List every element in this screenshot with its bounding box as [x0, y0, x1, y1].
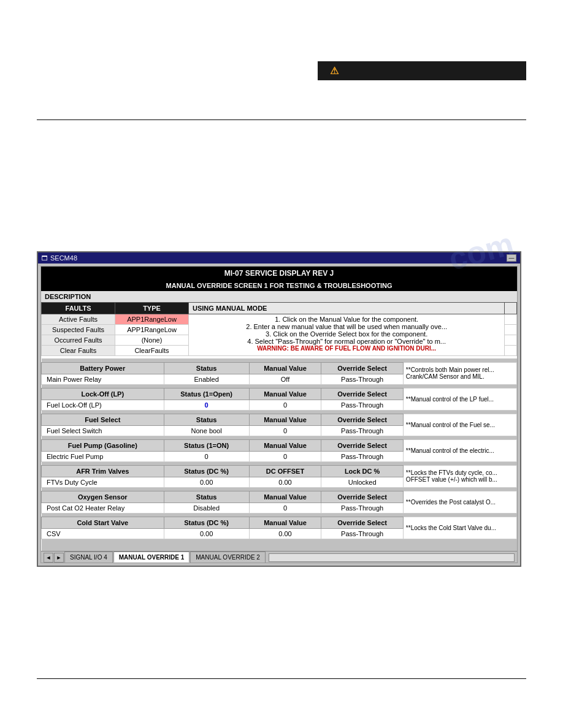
- tab-manual-override-1[interactable]: MANUAL OVERRIDE 1: [113, 552, 190, 563]
- suspected-faults-value[interactable]: APP1RangeLow: [115, 325, 189, 335]
- oxygen-sensor-col1: Oxygen Sensor: [42, 491, 164, 502]
- lockoff-lp-note: **Manual control of the LP fuel...: [403, 388, 516, 410]
- ftvs-duty-cycle-status[interactable]: 0.00: [164, 477, 249, 487]
- afr-trim-note: **Locks the FTVs duty cycle, co... OFFSE…: [403, 465, 516, 487]
- bottom-divider: [37, 678, 526, 679]
- fuel-select-note: **Manual control of the Fuel se...: [403, 414, 516, 436]
- fuel-select-switch-manual[interactable]: 0: [249, 425, 321, 436]
- spacer-7: [42, 539, 517, 551]
- occurred-faults-label: Occurred Faults: [42, 335, 115, 346]
- main-power-relay-override[interactable]: Pass-Through: [321, 374, 403, 384]
- suspected-faults-label: Suspected Faults: [42, 325, 115, 335]
- tab-nav-prev[interactable]: ◄: [44, 553, 53, 563]
- afr-trim-col4: Lock DC %: [321, 465, 403, 477]
- tab-nav-next[interactable]: ►: [54, 553, 64, 563]
- fuel-pump-col2: Status (1=ON): [164, 439, 249, 451]
- fuel-select-col1: Fuel Select: [42, 414, 164, 425]
- lockoff-lp-header-row: Lock-Off (LP) Status (1=Open) Manual Val…: [42, 388, 517, 400]
- faults-table: FAULTS TYPE USING MANUAL MODE Active Fau…: [41, 302, 517, 356]
- active-faults-value[interactable]: APP1RangeLow: [115, 314, 189, 325]
- fuel-select-col4: Override Select: [321, 414, 403, 425]
- afr-trim-header-row: AFR Trim Valves Status (DC %) DC OFFSET …: [42, 465, 517, 477]
- battery-power-col3: Manual Value: [249, 362, 321, 374]
- cold-start-note: **Locks the Cold Start Valve du...: [403, 517, 516, 539]
- oxygen-sensor-note: **Overrides the Post catalyst O...: [403, 491, 516, 513]
- instr-line-3: 3. Click on the Override Select box for …: [193, 330, 500, 338]
- sheet-subtitle: MANUAL OVERRIDE SCREEN 1 FOR TESTING & T…: [41, 280, 517, 291]
- tab-manual-override-2[interactable]: MANUAL OVERRIDE 2: [190, 552, 266, 563]
- tab-scrollbar[interactable]: [269, 553, 515, 562]
- extra-col-3: [505, 335, 517, 346]
- csv-override[interactable]: Pass-Through: [321, 528, 403, 539]
- lockoff-lp-col4: Override Select: [321, 388, 403, 400]
- ftvs-duty-cycle-override[interactable]: Unlocked: [321, 477, 403, 487]
- main-power-relay-status[interactable]: Enabled: [164, 374, 249, 384]
- extra-col-2: [505, 325, 517, 335]
- fuel-lockoff-lp-status[interactable]: 0: [164, 400, 249, 410]
- oxygen-sensor-header-row: Oxygen Sensor Status Manual Value Overri…: [42, 491, 517, 502]
- clear-faults-label: Clear Faults: [42, 346, 115, 356]
- fuel-pump-col1: Fuel Pump (Gasoline): [42, 439, 164, 451]
- ftvs-duty-cycle-manual[interactable]: 0.00: [249, 477, 321, 487]
- fuel-select-col2: Status: [164, 414, 249, 425]
- minimize-button[interactable]: —: [507, 254, 516, 262]
- battery-power-col4: Override Select: [321, 362, 403, 374]
- clear-faults-value[interactable]: ClearFaults: [115, 346, 189, 356]
- fuel-select-switch-label: Fuel Select Switch: [42, 425, 164, 436]
- lockoff-lp-col2: Status (1=Open): [164, 388, 249, 400]
- instruction-1: 1. Click on the Manual Value for the com…: [189, 314, 505, 356]
- page-container: ⚠ com 🗖 SECM48 — MI-07 SERVICE DISPLAY R…: [0, 0, 563, 728]
- oxygen-sensor-col2: Status: [164, 491, 249, 502]
- cold-start-col2: Status (DC %): [164, 517, 249, 528]
- spreadsheet: MI-07 SERVICE DISPLAY REV J MANUAL OVERR…: [40, 266, 518, 563]
- post-cat-o2-override[interactable]: Pass-Through: [321, 502, 403, 513]
- main-table: Battery Power Status Manual Value Overri…: [41, 358, 517, 551]
- electric-fuel-pump-status[interactable]: 0: [164, 451, 249, 461]
- csv-status[interactable]: 0.00: [164, 528, 249, 539]
- faults-col-header: FAULTS: [42, 303, 115, 314]
- app-title: SECM48: [50, 254, 77, 262]
- fuel-select-switch-status[interactable]: None bool: [164, 425, 249, 436]
- afr-trim-col1: AFR Trim Valves: [42, 465, 164, 477]
- post-cat-o2-manual[interactable]: 0: [249, 502, 321, 513]
- instr-line-2: 2. Enter a new manual value that will be…: [193, 323, 500, 330]
- sheet-title: MI-07 SERVICE DISPLAY REV J: [41, 267, 517, 280]
- oxygen-sensor-col4: Override Select: [321, 491, 403, 502]
- extra-col-4: [505, 346, 517, 356]
- fuel-lockoff-lp-manual[interactable]: 0: [249, 400, 321, 410]
- cold-start-col4: Override Select: [321, 517, 403, 528]
- post-cat-o2-status[interactable]: Disabled: [164, 502, 249, 513]
- csv-label: CSV: [42, 528, 164, 539]
- app-content: MI-07 SERVICE DISPLAY REV J MANUAL OVERR…: [38, 266, 520, 563]
- fault-row-active: Active Faults APP1RangeLow 1. Click on t…: [42, 314, 517, 325]
- ftvs-duty-cycle-label: FTVs Duty Cycle: [42, 477, 164, 487]
- electric-fuel-pump-label: Electric Fuel Pump: [42, 451, 164, 461]
- csv-manual[interactable]: 0.00: [249, 528, 321, 539]
- lockoff-lp-col1: Lock-Off (LP): [42, 388, 164, 400]
- extra-col-header: [505, 303, 517, 314]
- fuel-lockoff-lp-override[interactable]: Pass-Through: [321, 400, 403, 410]
- electric-fuel-pump-manual[interactable]: 0: [249, 451, 321, 461]
- cold-start-header-row: Cold Start Valve Status (DC %) Manual Va…: [42, 517, 517, 528]
- afr-trim-col2: Status (DC %): [164, 465, 249, 477]
- type-col-header: TYPE: [115, 303, 189, 314]
- instructions-header: USING MANUAL MODE: [189, 303, 505, 314]
- extra-col-1: [505, 314, 517, 325]
- fuel-pump-note: **Manual control of the electric...: [403, 439, 516, 461]
- instr-warning: WARNING: BE AWARE OF FUEL FLOW AND IGNIT…: [193, 345, 500, 352]
- fuel-select-col3: Manual Value: [249, 414, 321, 425]
- main-power-relay-manual[interactable]: Off: [249, 374, 321, 384]
- occurred-faults-value[interactable]: (None): [115, 335, 189, 346]
- titlebar-left: 🗖 SECM48: [42, 254, 77, 262]
- fuel-select-switch-override[interactable]: Pass-Through: [321, 425, 403, 436]
- main-power-relay-label: Main Power Relay: [42, 374, 164, 384]
- cold-start-col3: Manual Value: [249, 517, 321, 528]
- instr-line-4: 4. Select "Pass-Through" for normal oper…: [193, 338, 500, 345]
- warning-triangle-icon: ⚠: [330, 65, 339, 77]
- cold-start-col1: Cold Start Valve: [42, 517, 164, 528]
- app-icon: 🗖: [42, 255, 48, 262]
- warning-banner: ⚠: [318, 61, 526, 80]
- tab-signal-io-4[interactable]: SIGNAL I/O 4: [64, 552, 113, 563]
- electric-fuel-pump-override[interactable]: Pass-Through: [321, 451, 403, 461]
- tab-bar: ◄ ► SIGNAL I/O 4 MANUAL OVERRIDE 1 MANUA…: [41, 551, 517, 563]
